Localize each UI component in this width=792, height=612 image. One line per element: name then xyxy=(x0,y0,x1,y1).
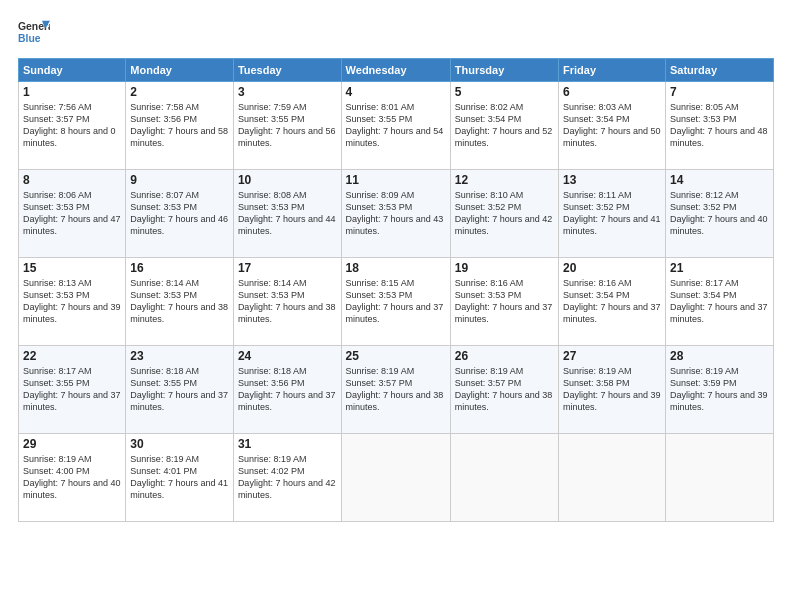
calendar-week-row: 15Sunrise: 8:13 AMSunset: 3:53 PMDayligh… xyxy=(19,258,774,346)
day-info: Sunrise: 8:12 AMSunset: 3:52 PMDaylight:… xyxy=(670,189,769,238)
day-number: 1 xyxy=(23,85,121,99)
calendar-day-cell: 20Sunrise: 8:16 AMSunset: 3:54 PMDayligh… xyxy=(559,258,666,346)
day-info: Sunrise: 7:58 AMSunset: 3:56 PMDaylight:… xyxy=(130,101,229,150)
day-number: 25 xyxy=(346,349,446,363)
day-number: 10 xyxy=(238,173,337,187)
empty-cell xyxy=(341,434,450,522)
day-info: Sunrise: 8:19 AMSunset: 4:00 PMDaylight:… xyxy=(23,453,121,502)
day-number: 12 xyxy=(455,173,554,187)
calendar-day-cell: 3Sunrise: 7:59 AMSunset: 3:55 PMDaylight… xyxy=(233,82,341,170)
day-info: Sunrise: 8:05 AMSunset: 3:53 PMDaylight:… xyxy=(670,101,769,150)
calendar-day-cell: 9Sunrise: 8:07 AMSunset: 3:53 PMDaylight… xyxy=(126,170,234,258)
calendar-day-cell: 27Sunrise: 8:19 AMSunset: 3:58 PMDayligh… xyxy=(559,346,666,434)
day-number: 17 xyxy=(238,261,337,275)
day-info: Sunrise: 8:15 AMSunset: 3:53 PMDaylight:… xyxy=(346,277,446,326)
calendar-day-cell: 18Sunrise: 8:15 AMSunset: 3:53 PMDayligh… xyxy=(341,258,450,346)
calendar-page: General Blue SundayMondayTuesdayWednesda… xyxy=(0,0,792,612)
empty-cell xyxy=(665,434,773,522)
calendar-day-cell: 4Sunrise: 8:01 AMSunset: 3:55 PMDaylight… xyxy=(341,82,450,170)
calendar-day-cell: 15Sunrise: 8:13 AMSunset: 3:53 PMDayligh… xyxy=(19,258,126,346)
day-number: 29 xyxy=(23,437,121,451)
day-number: 21 xyxy=(670,261,769,275)
header: General Blue xyxy=(18,16,774,48)
day-number: 3 xyxy=(238,85,337,99)
day-number: 27 xyxy=(563,349,661,363)
day-info: Sunrise: 8:17 AMSunset: 3:54 PMDaylight:… xyxy=(670,277,769,326)
calendar-day-cell: 5Sunrise: 8:02 AMSunset: 3:54 PMDaylight… xyxy=(450,82,558,170)
day-info: Sunrise: 8:01 AMSunset: 3:55 PMDaylight:… xyxy=(346,101,446,150)
calendar-day-cell: 11Sunrise: 8:09 AMSunset: 3:53 PMDayligh… xyxy=(341,170,450,258)
svg-text:Blue: Blue xyxy=(18,33,41,44)
calendar-day-cell: 13Sunrise: 8:11 AMSunset: 3:52 PMDayligh… xyxy=(559,170,666,258)
day-info: Sunrise: 8:09 AMSunset: 3:53 PMDaylight:… xyxy=(346,189,446,238)
calendar-day-cell: 22Sunrise: 8:17 AMSunset: 3:55 PMDayligh… xyxy=(19,346,126,434)
day-header-saturday: Saturday xyxy=(665,59,773,82)
day-info: Sunrise: 8:14 AMSunset: 3:53 PMDaylight:… xyxy=(238,277,337,326)
day-info: Sunrise: 8:03 AMSunset: 3:54 PMDaylight:… xyxy=(563,101,661,150)
day-number: 28 xyxy=(670,349,769,363)
day-number: 26 xyxy=(455,349,554,363)
day-info: Sunrise: 8:14 AMSunset: 3:53 PMDaylight:… xyxy=(130,277,229,326)
calendar-day-cell: 17Sunrise: 8:14 AMSunset: 3:53 PMDayligh… xyxy=(233,258,341,346)
empty-cell xyxy=(450,434,558,522)
day-info: Sunrise: 8:08 AMSunset: 3:53 PMDaylight:… xyxy=(238,189,337,238)
day-info: Sunrise: 8:02 AMSunset: 3:54 PMDaylight:… xyxy=(455,101,554,150)
day-info: Sunrise: 8:18 AMSunset: 3:56 PMDaylight:… xyxy=(238,365,337,414)
calendar-day-cell: 25Sunrise: 8:19 AMSunset: 3:57 PMDayligh… xyxy=(341,346,450,434)
day-header-tuesday: Tuesday xyxy=(233,59,341,82)
day-info: Sunrise: 8:18 AMSunset: 3:55 PMDaylight:… xyxy=(130,365,229,414)
day-info: Sunrise: 7:59 AMSunset: 3:55 PMDaylight:… xyxy=(238,101,337,150)
day-header-wednesday: Wednesday xyxy=(341,59,450,82)
day-number: 18 xyxy=(346,261,446,275)
calendar-day-cell: 19Sunrise: 8:16 AMSunset: 3:53 PMDayligh… xyxy=(450,258,558,346)
day-number: 6 xyxy=(563,85,661,99)
day-info: Sunrise: 8:07 AMSunset: 3:53 PMDaylight:… xyxy=(130,189,229,238)
day-header-sunday: Sunday xyxy=(19,59,126,82)
day-number: 7 xyxy=(670,85,769,99)
day-header-friday: Friday xyxy=(559,59,666,82)
calendar-header-row: SundayMondayTuesdayWednesdayThursdayFrid… xyxy=(19,59,774,82)
calendar-day-cell: 31Sunrise: 8:19 AMSunset: 4:02 PMDayligh… xyxy=(233,434,341,522)
calendar-day-cell: 30Sunrise: 8:19 AMSunset: 4:01 PMDayligh… xyxy=(126,434,234,522)
calendar-week-row: 1Sunrise: 7:56 AMSunset: 3:57 PMDaylight… xyxy=(19,82,774,170)
day-info: Sunrise: 8:16 AMSunset: 3:54 PMDaylight:… xyxy=(563,277,661,326)
calendar-day-cell: 26Sunrise: 8:19 AMSunset: 3:57 PMDayligh… xyxy=(450,346,558,434)
empty-cell xyxy=(559,434,666,522)
calendar-day-cell: 23Sunrise: 8:18 AMSunset: 3:55 PMDayligh… xyxy=(126,346,234,434)
day-info: Sunrise: 8:16 AMSunset: 3:53 PMDaylight:… xyxy=(455,277,554,326)
day-info: Sunrise: 8:19 AMSunset: 3:57 PMDaylight:… xyxy=(346,365,446,414)
calendar-day-cell: 10Sunrise: 8:08 AMSunset: 3:53 PMDayligh… xyxy=(233,170,341,258)
calendar-week-row: 29Sunrise: 8:19 AMSunset: 4:00 PMDayligh… xyxy=(19,434,774,522)
day-number: 5 xyxy=(455,85,554,99)
calendar-day-cell: 2Sunrise: 7:58 AMSunset: 3:56 PMDaylight… xyxy=(126,82,234,170)
day-number: 11 xyxy=(346,173,446,187)
day-number: 16 xyxy=(130,261,229,275)
day-number: 2 xyxy=(130,85,229,99)
day-number: 30 xyxy=(130,437,229,451)
calendar-day-cell: 7Sunrise: 8:05 AMSunset: 3:53 PMDaylight… xyxy=(665,82,773,170)
day-number: 20 xyxy=(563,261,661,275)
day-info: Sunrise: 8:19 AMSunset: 3:58 PMDaylight:… xyxy=(563,365,661,414)
day-info: Sunrise: 8:19 AMSunset: 4:01 PMDaylight:… xyxy=(130,453,229,502)
day-number: 23 xyxy=(130,349,229,363)
day-info: Sunrise: 8:06 AMSunset: 3:53 PMDaylight:… xyxy=(23,189,121,238)
day-number: 19 xyxy=(455,261,554,275)
day-info: Sunrise: 8:17 AMSunset: 3:55 PMDaylight:… xyxy=(23,365,121,414)
calendar-day-cell: 6Sunrise: 8:03 AMSunset: 3:54 PMDaylight… xyxy=(559,82,666,170)
calendar-body: 1Sunrise: 7:56 AMSunset: 3:57 PMDaylight… xyxy=(19,82,774,522)
day-number: 15 xyxy=(23,261,121,275)
day-number: 8 xyxy=(23,173,121,187)
calendar-day-cell: 21Sunrise: 8:17 AMSunset: 3:54 PMDayligh… xyxy=(665,258,773,346)
day-info: Sunrise: 8:19 AMSunset: 3:59 PMDaylight:… xyxy=(670,365,769,414)
day-header-monday: Monday xyxy=(126,59,234,82)
day-header-thursday: Thursday xyxy=(450,59,558,82)
calendar-day-cell: 1Sunrise: 7:56 AMSunset: 3:57 PMDaylight… xyxy=(19,82,126,170)
calendar-day-cell: 16Sunrise: 8:14 AMSunset: 3:53 PMDayligh… xyxy=(126,258,234,346)
day-info: Sunrise: 8:19 AMSunset: 3:57 PMDaylight:… xyxy=(455,365,554,414)
day-info: Sunrise: 8:19 AMSunset: 4:02 PMDaylight:… xyxy=(238,453,337,502)
day-number: 4 xyxy=(346,85,446,99)
day-number: 14 xyxy=(670,173,769,187)
day-number: 24 xyxy=(238,349,337,363)
calendar-week-row: 8Sunrise: 8:06 AMSunset: 3:53 PMDaylight… xyxy=(19,170,774,258)
day-number: 13 xyxy=(563,173,661,187)
